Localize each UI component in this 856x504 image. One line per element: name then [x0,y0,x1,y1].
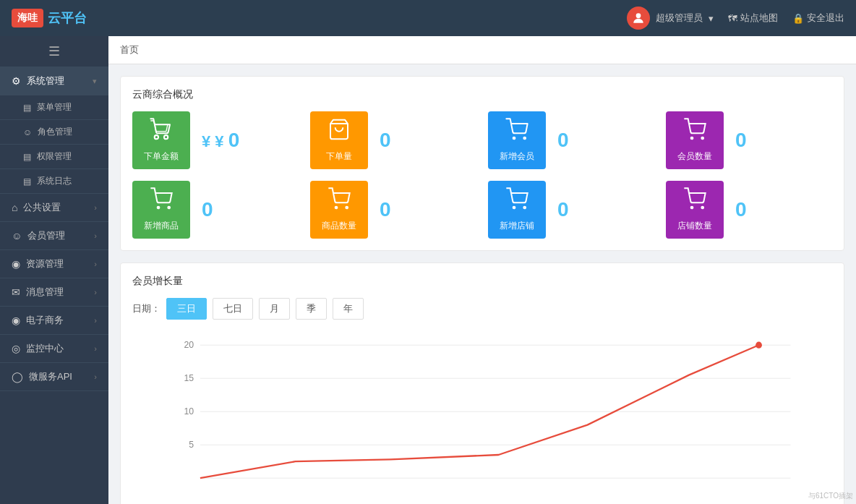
order-count-label: 下单量 [326,150,352,163]
cart-icon-7 [505,187,528,215]
sidebar-item-resource-mgmt[interactable]: ◉ 资源管理 › [0,250,108,278]
member-count-value: 0 [735,129,747,152]
new-store-label: 新增店铺 [500,220,534,232]
order-amount-label: 下单金额 [144,150,179,163]
svg-text:10: 10 [184,406,194,417]
svg-point-6 [158,207,160,209]
sidebar-item-public-settings[interactable]: ⌂ 公共设置 › [0,194,108,222]
log-icon: ▤ [23,176,31,187]
member-mgmt-label: 会员管理 [27,229,65,242]
sidebar-item-ecommerce[interactable]: ◉ 电子商务 › [0,307,108,335]
microservice-label: 微服务API [29,370,72,383]
menu-icon: ▤ [23,103,31,113]
stat-store-count: 店铺数量 0 [666,181,832,239]
store-count-value: 0 [735,198,747,221]
user-info[interactable]: 超级管理员 ▾ [627,7,714,30]
new-store-icon-box: 新增店铺 [488,181,546,239]
breadcrumb-text: 首页 [120,44,139,55]
order-count-value: 0 [380,129,391,152]
msg-mgmt-label: 消息管理 [26,286,64,299]
filter-month[interactable]: 月 [259,298,290,320]
cart-icon-8 [683,187,706,215]
sitemap-icon: 🗺 [728,13,737,24]
svg-point-7 [168,207,170,209]
cart-icon-5 [150,187,173,215]
msg-icon: ✉ [12,286,20,298]
api-icon: ◯ [12,371,23,383]
svg-point-10 [513,207,515,209]
svg-text:20: 20 [184,340,194,350]
sidebar-item-left-5: ✉ 消息管理 [12,286,64,299]
user-icon: ☺ [12,230,22,242]
overview-card: 云商综合概况 下单金额 ¥ [120,76,844,251]
sidebar-item-left: ⚙ 系统管理 [12,74,64,87]
logout-icon: 🔒 [792,13,804,24]
member-count-label: 会员数量 [677,150,712,163]
page-content: 云商综合概况 下单金额 ¥ [108,64,856,504]
filter-quarter[interactable]: 季 [296,298,327,320]
sidebar-item-member-mgmt[interactable]: ☺ 会员管理 › [0,222,108,250]
svg-text:5: 5 [189,440,194,450]
sidebar: ☰ ⚙ 系统管理 ▾ ▤ 菜单管理 ☺ 角色管理 ▤ 权限管理 ▤ 系统日志 ⌂ [0,36,108,504]
member-growth-card: 会员增长量 日期： 三日 七日 月 季 年 [120,262,844,504]
filter-year[interactable]: 年 [333,298,364,320]
filter-seven-day[interactable]: 七日 [213,298,253,320]
role-icon: ☺ [23,127,32,137]
chevron-icon-4: › [94,260,97,268]
stats-grid: 下单金额 ¥ 0 [132,111,832,239]
sitemap-link[interactable]: 🗺 站点地图 [728,12,778,25]
stat-order-count: 下单量 0 [310,111,476,169]
chevron-icon-2: › [94,203,97,212]
header-right: 超级管理员 ▾ 🗺 站点地图 🔒 安全退出 [627,7,844,30]
member-growth-title: 会员增长量 [132,275,832,288]
resource-mgmt-label: 资源管理 [26,257,64,270]
stat-order-amount: 下单金额 ¥ 0 [132,111,299,169]
stat-product-count: 商品数量 0 [310,181,476,239]
chevron-icon-5: › [94,288,97,296]
sidebar-item-role-mgmt[interactable]: ☺ 角色管理 [0,120,108,145]
chevron-icon: ▾ [93,77,97,86]
cart-icon-4 [683,118,706,146]
svg-point-12 [691,207,693,209]
sidebar-item-msg-mgmt[interactable]: ✉ 消息管理 › [0,278,108,307]
sidebar-item-menu-mgmt[interactable]: ▤ 菜单管理 [0,95,108,120]
sidebar-item-microservice[interactable]: ◯ 微服务API › [0,363,108,391]
svg-point-9 [346,207,348,209]
main-layout: ☰ ⚙ 系统管理 ▾ ▤ 菜单管理 ☺ 角色管理 ▤ 权限管理 ▤ 系统日志 ⌂ [0,36,856,504]
new-member-label: 新增会员 [500,150,534,163]
store-count-icon-box: 店铺数量 [666,181,724,239]
product-count-icon-box: 商品数量 [310,181,368,239]
ecommerce-label: 电子商务 [26,314,64,327]
sidebar-item-sys-log[interactable]: ▤ 系统日志 [0,169,108,194]
logo-text: 云平台 [48,9,87,27]
stat-new-store: 新增店铺 0 [488,181,654,239]
member-count-icon-box: 会员数量 [666,111,724,169]
watermark: 与61CTO插架 [808,491,853,501]
stat-new-member: 新增会员 0 [488,111,654,169]
sidebar-item-system-mgmt[interactable]: ⚙ 系统管理 ▾ [0,67,108,95]
logo-badge: 海哇 [12,9,43,27]
new-store-value: 0 [557,198,569,221]
sidebar-item-label: 系统管理 [27,74,64,87]
logout-link[interactable]: 🔒 安全退出 [792,12,844,25]
sidebar-item-monitor[interactable]: ◎ 监控中心 › [0,335,108,363]
stat-member-count: 会员数量 0 [666,111,832,169]
svg-point-23 [756,342,762,349]
chevron-icon-8: › [94,372,97,381]
monitor-label: 监控中心 [26,342,64,355]
new-member-value: 0 [557,129,569,152]
sidebar-item-left-2: ⌂ 公共设置 [12,201,61,214]
filter-three-day[interactable]: 三日 [166,298,207,320]
new-product-value: 0 [202,198,213,221]
line-chart: 20 15 10 5 [168,338,803,504]
overview-title: 云商综合概况 [132,88,832,101]
role-mgmt-label: 角色管理 [38,126,72,138]
sidebar-toggle[interactable]: ☰ [0,36,108,67]
svg-point-4 [691,137,693,140]
perm-icon: ▤ [23,152,31,162]
logo: 海哇 云平台 [12,9,87,27]
stat-new-product: 新增商品 0 [132,181,299,239]
new-member-icon-box: 新增会员 [488,111,546,169]
sidebar-item-perm-mgmt[interactable]: ▤ 权限管理 [0,145,108,169]
svg-point-3 [523,137,526,140]
